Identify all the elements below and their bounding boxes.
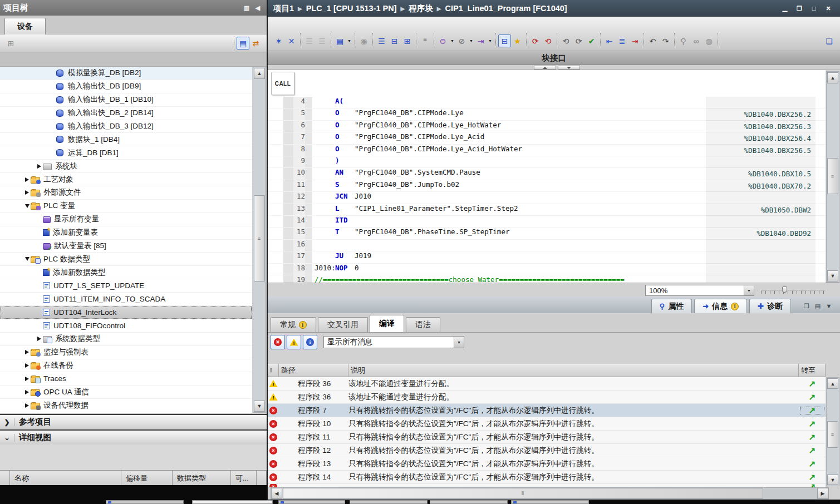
goto-arrow-icon[interactable]: ↗ <box>799 459 826 469</box>
jump-label-icon-dropdown[interactable]: ▼ <box>487 34 493 47</box>
tree-item[interactable]: UDT104_InterLock <box>0 306 252 319</box>
expander-right-icon[interactable] <box>23 363 31 368</box>
tree-item[interactable]: 添加新变量表 <box>0 226 252 240</box>
editor-taskbar-button[interactable] <box>511 500 589 504</box>
message-row[interactable]: ×程序段 12只有将跳转指令的状态位设置为"/FC"后，才能从布尔逻辑序列中进行… <box>268 444 826 457</box>
collapse-networks-icon[interactable]: ⊞ <box>401 34 414 47</box>
restore-button[interactable]: ❐ <box>793 3 805 14</box>
expand-panel-icon[interactable]: ▼ <box>823 301 834 311</box>
editor-taskbar-button[interactable] <box>106 500 184 504</box>
editor-taskbar-button[interactable] <box>278 500 345 504</box>
subtab-编译[interactable]: 编译 <box>370 315 404 332</box>
tree-item[interactable]: 显示所有变量 <box>0 213 252 226</box>
hscroll-left-icon[interactable]: ◀ <box>271 488 282 499</box>
subtab-交叉引用[interactable]: 交叉引用 <box>318 317 368 332</box>
tree-item[interactable]: 系统块 <box>0 160 252 173</box>
code-line[interactable]: 19//==============================choose… <box>268 275 826 283</box>
goto-prev-point-icon[interactable]: ⇤ <box>603 34 616 47</box>
sync-project-icon[interactable]: ⇄ <box>249 37 262 50</box>
expander-right-icon[interactable] <box>36 164 43 169</box>
search-icon[interactable]: ⚲ <box>677 34 690 47</box>
call-favorite-button[interactable]: CALL <box>271 72 294 95</box>
insert-empty-box-icon[interactable]: ◉ <box>357 34 370 47</box>
tree-scroll-up-icon[interactable]: ▲ <box>254 68 265 79</box>
insert-row-icon[interactable]: ▤ <box>333 34 346 47</box>
code-line[interactable]: 16 <box>268 240 826 251</box>
tree-item[interactable]: PLC 数据类型 <box>0 253 252 266</box>
code-line[interactable]: 9) <box>268 156 826 168</box>
reference-projects-bar[interactable]: ❯ 参考项目 <box>0 414 267 429</box>
tree-item[interactable]: 输入输出快_DB [DB9] <box>0 80 252 93</box>
zoom-dropdown-icon[interactable]: ▼ <box>744 285 754 295</box>
tree-item[interactable]: UDT7_LS_SETP_UPDATE <box>0 279 252 293</box>
tab-devices[interactable]: 设备 <box>4 18 46 34</box>
breadcrumb-segment[interactable]: PLC_1 [CPU 1513-1 PN] <box>306 4 397 13</box>
maximize-button[interactable]: □ <box>808 3 820 14</box>
tree-item[interactable]: PLC 变量 <box>0 200 252 213</box>
goto-arrow-icon[interactable]: ↗ <box>799 419 826 429</box>
code-line[interactable]: 14ITD <box>268 216 826 228</box>
tree-item[interactable]: 系统数据类型 <box>0 333 252 346</box>
symbol-info-icon-dropdown[interactable]: ▼ <box>468 34 474 47</box>
favorites-edit-icon[interactable]: ★ <box>511 34 524 47</box>
goto-arrow-icon[interactable]: ↗ <box>799 392 826 402</box>
editor-scrollbar[interactable]: ▲ ≡ ▼ <box>826 71 839 283</box>
sync-online-icon[interactable]: ⟳ <box>572 34 585 47</box>
code-line[interactable]: %DB1040.DBX10.510AN"PrgFC1040_DB".System… <box>268 168 826 180</box>
details-col-header[interactable]: 数据类型 <box>173 471 231 485</box>
expander-right-icon[interactable] <box>23 403 31 408</box>
editor-scroll-down-icon[interactable]: ▼ <box>827 270 838 281</box>
collapse-panel-icon[interactable]: ▤ <box>812 301 823 311</box>
tag-definition-icon[interactable]: ⊜ <box>436 34 449 47</box>
message-scroll-down-icon[interactable]: ▼ <box>827 475 838 485</box>
editor-scroll-up-icon[interactable]: ▲ <box>827 72 838 83</box>
data-snapshot-icon[interactable]: ◍ <box>703 34 715 47</box>
goto-arrow-icon[interactable]: ↗ <box>799 446 826 456</box>
breadcrumb-segment[interactable]: CIP1_Line01_Program [FC1040] <box>445 4 567 13</box>
tree-item[interactable]: OPC UA 通信 <box>0 386 252 399</box>
tree-item[interactable]: 设备代理数据 <box>0 399 252 412</box>
code-line[interactable]: %DB1040.DBX256.25O"PrgFC1040_DB".CIPMode… <box>268 108 826 120</box>
stl-code-editor[interactable]: CALL 4A(%DB1040.DBX256.25O"PrgFC1040_DB"… <box>268 70 826 283</box>
expand-networks-icon[interactable]: ⊟ <box>388 34 401 47</box>
message-filter-select[interactable]: 显示所有消息 ▼ <box>323 336 464 348</box>
chevron-right-icon[interactable]: ❯ <box>0 418 14 426</box>
expander-right-icon[interactable] <box>23 177 31 182</box>
inspector-tab-属性[interactable]: ⚲属性 <box>651 299 692 313</box>
expander-down-icon[interactable] <box>23 257 31 261</box>
message-col-header[interactable]: 说明 <box>348 364 799 377</box>
message-scroll-thumb[interactable]: ≡ <box>827 421 838 448</box>
tree-item[interactable]: 添加新数据类型 <box>0 266 252 279</box>
tree-scrollbar[interactable]: ▲ ≡ ▼ <box>253 67 266 413</box>
tree-item[interactable]: 输入输出快_DB_1 [DB10] <box>0 93 252 107</box>
subtab-语法[interactable]: 语法 <box>406 317 440 332</box>
compile-icon[interactable]: ✔ <box>585 34 598 47</box>
details-col-header[interactable]: 偏移量 <box>121 471 173 485</box>
code-line[interactable]: %DB1040.DBX256.58O"PrgFC1040_DB".CIPMode… <box>268 145 826 156</box>
details-col-header[interactable]: 可... <box>231 471 257 485</box>
breadcrumb-segment[interactable]: 程序块 <box>409 3 433 14</box>
message-row[interactable]: ×程序段 11只有将跳转指令的状态位设置为"/FC"后，才能从布尔逻辑序列中进行… <box>268 431 826 444</box>
tree-item[interactable]: 工艺对象 <box>0 173 252 186</box>
filter-errors-button[interactable]: ✕ <box>271 335 285 349</box>
splitter-down-button[interactable] <box>558 66 580 70</box>
editor-taskbar-button[interactable] <box>350 500 428 504</box>
close-button[interactable]: ✕ <box>822 3 834 14</box>
configure-tree-icon[interactable]: ⊞ <box>4 37 17 50</box>
favorites-view-icon[interactable]: ⊟ <box>498 34 511 47</box>
code-line[interactable]: %DB1050.DBW213L"CIP1_Line01_Parameter".S… <box>268 204 826 216</box>
tree-item[interactable]: 默认变量表 [85] <box>0 240 252 253</box>
auto-collapse-icon[interactable]: ▥ <box>241 3 252 13</box>
nav-back-icon[interactable]: ↶ <box>646 34 659 47</box>
collapse-left-icon[interactable]: ◀ <box>252 3 263 13</box>
breadcrumb-segment[interactable]: 项目1 <box>273 3 294 14</box>
comments-icon[interactable]: ❝ <box>419 34 431 47</box>
tree-item[interactable]: 在线备份 <box>0 359 252 373</box>
tree-item[interactable]: 数据块_1 [DB4] <box>0 133 252 146</box>
goto-arrow-icon[interactable]: ↗ <box>799 406 826 416</box>
message-row[interactable]: ×程序段 13只有将跳转指令的状态位设置为"/FC"后，才能从布尔逻辑序列中进行… <box>268 457 826 471</box>
editor-taskbar-button[interactable] <box>430 500 508 504</box>
zoom-slider-thumb[interactable] <box>782 286 787 293</box>
message-row[interactable]: ×程序段 7只有将跳转指令的状态位设置为"/FC"后，才能从布尔逻辑序列中进行跳… <box>268 404 826 417</box>
delete-network-icon[interactable]: ✕ <box>285 34 298 47</box>
